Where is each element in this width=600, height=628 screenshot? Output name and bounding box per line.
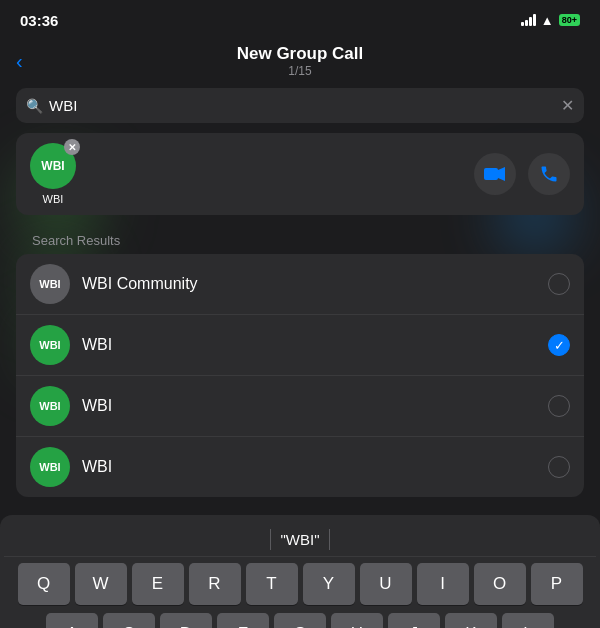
key-J[interactable]: J — [388, 613, 440, 628]
keyboard: "WBI" Q W E R T Y U I O P A S D F G H J … — [0, 515, 600, 628]
header: ‹ New Group Call 1/15 — [0, 36, 600, 88]
key-L[interactable]: L — [502, 613, 554, 628]
key-K[interactable]: K — [445, 613, 497, 628]
key-T[interactable]: T — [246, 563, 298, 605]
key-R[interactable]: R — [189, 563, 241, 605]
search-bar[interactable]: 🔍 ✕ — [16, 88, 584, 123]
result-radio-1[interactable]: ✓ — [548, 334, 570, 356]
key-Q[interactable]: Q — [18, 563, 70, 605]
result-name-2: WBI — [82, 397, 536, 415]
key-H[interactable]: H — [331, 613, 383, 628]
key-O[interactable]: O — [474, 563, 526, 605]
selected-contact: WBI ✕ WBI — [30, 143, 76, 205]
key-E[interactable]: E — [132, 563, 184, 605]
search-input[interactable] — [49, 97, 555, 114]
remove-contact-button[interactable]: ✕ — [64, 139, 80, 155]
keyboard-row-2: A S D F G H J K L — [4, 613, 596, 628]
wifi-icon: ▲ — [541, 13, 554, 28]
key-W[interactable]: W — [75, 563, 127, 605]
svg-rect-0 — [484, 168, 498, 180]
results-list: WBI WBI Community WBI WBI ✓ WBI WBI WBI … — [16, 254, 584, 497]
result-name-3: WBI — [82, 458, 536, 476]
result-item[interactable]: WBI WBI ✓ — [16, 315, 584, 376]
key-F[interactable]: F — [217, 613, 269, 628]
results-label: Search Results — [0, 225, 600, 254]
search-icon: 🔍 — [26, 98, 43, 114]
result-radio-2[interactable] — [548, 395, 570, 417]
status-time: 03:36 — [20, 12, 58, 29]
signal-icon — [521, 14, 536, 26]
key-D[interactable]: D — [160, 613, 212, 628]
page-title: New Group Call — [237, 44, 364, 64]
result-radio-3[interactable] — [548, 456, 570, 478]
autocomplete-bar: "WBI" — [4, 523, 596, 557]
result-item[interactable]: WBI WBI — [16, 437, 584, 497]
battery-indicator: 80+ — [559, 14, 580, 26]
result-name-0: WBI Community — [82, 275, 536, 293]
key-G[interactable]: G — [274, 613, 326, 628]
key-U[interactable]: U — [360, 563, 412, 605]
autocomplete-suggestion[interactable]: "WBI" — [270, 529, 331, 550]
result-avatar-1: WBI — [30, 325, 70, 365]
status-bar: 03:36 ▲ 80+ — [0, 0, 600, 36]
key-Y[interactable]: Y — [303, 563, 355, 605]
video-call-button[interactable] — [474, 153, 516, 195]
result-radio-0[interactable] — [548, 273, 570, 295]
page-subtitle: 1/15 — [237, 64, 364, 78]
header-title-group: New Group Call 1/15 — [237, 44, 364, 78]
result-name-1: WBI — [82, 336, 536, 354]
key-P[interactable]: P — [531, 563, 583, 605]
search-container: 🔍 ✕ — [16, 88, 584, 123]
search-clear-button[interactable]: ✕ — [561, 96, 574, 115]
svg-marker-1 — [498, 167, 505, 181]
call-buttons-group — [474, 153, 570, 195]
result-item[interactable]: WBI WBI — [16, 376, 584, 437]
result-item[interactable]: WBI WBI Community — [16, 254, 584, 315]
key-A[interactable]: A — [46, 613, 98, 628]
voice-call-button[interactable] — [528, 153, 570, 195]
status-icons: ▲ 80+ — [521, 13, 580, 28]
selected-contact-area: WBI ✕ WBI — [16, 133, 584, 215]
selected-avatar: WBI ✕ — [30, 143, 76, 189]
checkmark-icon: ✓ — [554, 338, 565, 353]
result-avatar-0: WBI — [30, 264, 70, 304]
result-avatar-3: WBI — [30, 447, 70, 487]
keyboard-row-1: Q W E R T Y U I O P — [4, 563, 596, 605]
selected-contact-name: WBI — [43, 193, 64, 205]
key-I[interactable]: I — [417, 563, 469, 605]
result-avatar-2: WBI — [30, 386, 70, 426]
back-button[interactable]: ‹ — [16, 50, 23, 73]
key-S[interactable]: S — [103, 613, 155, 628]
